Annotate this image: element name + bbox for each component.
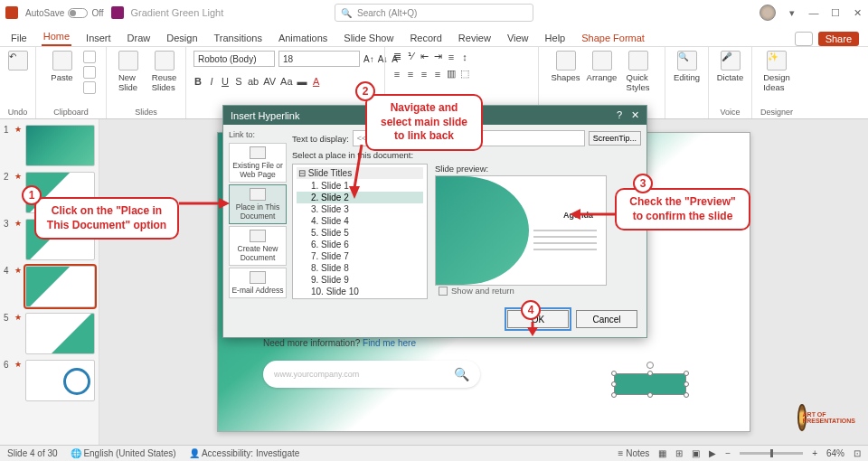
accessibility-status[interactable]: 👤 Accessibility: Investigate — [189, 448, 300, 458]
show-and-return[interactable]: Show and return — [435, 286, 641, 296]
user-avatar[interactable] — [760, 5, 776, 21]
save-icon[interactable] — [111, 6, 124, 19]
share-button[interactable]: Share — [818, 32, 859, 46]
font-size-select[interactable]: 18 — [278, 51, 360, 67]
tab-draw[interactable]: Draw — [126, 30, 153, 46]
tree-item[interactable]: 9. Slide 9 — [297, 274, 423, 286]
columns-icon[interactable]: ▥ — [447, 68, 456, 80]
tab-review[interactable]: Review — [457, 30, 493, 46]
new-slide-button[interactable]: New Slide — [113, 51, 144, 92]
notes-button[interactable]: ≡ Notes — [618, 448, 650, 458]
indent-dec-icon[interactable]: ⇤ — [420, 51, 429, 62]
tab-record[interactable]: Record — [408, 30, 443, 46]
search-box[interactable]: 🔍 Search (Alt+Q) — [335, 4, 533, 22]
highlight-icon[interactable]: ▬ — [297, 76, 307, 87]
linkto-existing-file[interactable]: Existing File or Web Page — [229, 143, 287, 183]
tab-animations[interactable]: Animations — [277, 30, 329, 46]
tab-home[interactable]: Home — [42, 28, 71, 46]
resize-handle[interactable] — [611, 392, 617, 398]
zoom-in-icon[interactable]: + — [812, 448, 817, 458]
normal-view-icon[interactable]: ▦ — [658, 448, 666, 458]
cut-icon[interactable] — [83, 51, 96, 63]
thumbnail-4[interactable] — [25, 266, 95, 307]
zoom-value[interactable]: 64% — [826, 448, 844, 458]
spacing-button[interactable]: AV — [263, 76, 276, 87]
tab-shape-format[interactable]: Shape Format — [580, 30, 646, 46]
arrange-button[interactable]: Arrange — [587, 51, 618, 82]
underline-button[interactable]: U — [221, 76, 230, 87]
shapes-button[interactable]: Shapes — [551, 51, 581, 82]
slide-counter[interactable]: Slide 4 of 30 — [7, 448, 58, 458]
tab-slideshow[interactable]: Slide Show — [342, 30, 395, 46]
italic-button[interactable]: I — [207, 76, 216, 87]
autosave-toggle[interactable]: AutoSave Off — [25, 8, 104, 18]
fit-window-icon[interactable]: ⊡ — [854, 448, 861, 458]
linkto-email[interactable]: E-mail Address — [229, 268, 287, 298]
rotate-handle[interactable] — [646, 362, 654, 369]
numbering-icon[interactable]: ⅟ — [406, 51, 415, 62]
minimize-icon[interactable]: — — [808, 7, 819, 18]
tab-view[interactable]: View — [505, 30, 531, 46]
resize-handle[interactable] — [647, 371, 653, 376]
design-ideas-button[interactable]: ✨Design Ideas — [761, 51, 792, 92]
align-left-icon[interactable]: ≡ — [392, 69, 401, 80]
tab-help[interactable]: Help — [543, 30, 568, 46]
comments-icon[interactable] — [795, 32, 813, 46]
reuse-slides-button[interactable]: Reuse Slides — [149, 51, 180, 92]
bullets-icon[interactable]: ≣ — [392, 51, 401, 62]
tab-file[interactable]: File — [9, 30, 29, 46]
resize-handle[interactable] — [611, 381, 617, 387]
linkto-create-new[interactable]: Create New Document — [229, 226, 287, 266]
close-icon[interactable]: ✕ — [852, 7, 863, 18]
language-status[interactable]: 🌐 English (United States) — [71, 448, 176, 458]
tab-insert[interactable]: Insert — [84, 30, 113, 46]
tab-transitions[interactable]: Transitions — [212, 30, 264, 46]
tree-item[interactable]: 10. Slide 10 — [297, 286, 423, 297]
thumbnail-5[interactable] — [25, 313, 95, 354]
reading-view-icon[interactable]: ▣ — [692, 448, 700, 458]
thumbnail-6[interactable] — [25, 360, 95, 401]
case-button[interactable]: Aa — [280, 76, 292, 87]
zoom-out-icon[interactable]: − — [725, 448, 731, 458]
text-dir-icon[interactable]: ↕ — [460, 52, 469, 62]
find-me-link[interactable]: Find me here — [363, 338, 416, 348]
selected-shape[interactable] — [614, 373, 686, 395]
dictate-button[interactable]: 🎤Dictate — [715, 51, 746, 82]
align-right-icon[interactable]: ≡ — [420, 69, 429, 80]
maximize-icon[interactable]: ☐ — [830, 7, 841, 18]
strike-button[interactable]: S — [234, 76, 243, 87]
line-spacing-icon[interactable]: ≡ — [447, 52, 456, 62]
checkbox[interactable] — [439, 287, 448, 296]
resize-handle[interactable] — [647, 392, 653, 398]
tree-item[interactable]: 3. Slide 3 — [297, 203, 423, 215]
undo-button[interactable]: ↶ — [3, 51, 33, 71]
tree-item[interactable]: 8. Slide 8 — [297, 262, 423, 274]
linkto-place-in-document[interactable]: Place in This Document — [229, 184, 287, 224]
indent-inc-icon[interactable]: ⇥ — [433, 51, 442, 62]
tree-item[interactable]: 7. Slide 7 — [297, 250, 423, 262]
screentip-button[interactable]: ScreenTip... — [589, 131, 641, 146]
copy-icon[interactable] — [83, 66, 96, 79]
resize-handle[interactable] — [684, 371, 689, 376]
increase-font-icon[interactable]: A↑ — [363, 54, 374, 64]
font-family-select[interactable]: Roboto (Body) — [193, 51, 275, 67]
quick-styles-button[interactable]: Quick Styles — [623, 51, 654, 92]
smartart-icon[interactable]: ⬚ — [460, 68, 469, 80]
resize-handle[interactable] — [684, 392, 689, 398]
tree-item[interactable]: 4. Slide 4 — [297, 215, 423, 227]
tree-item[interactable]: 6. Slide 6 — [297, 239, 423, 250]
toggle-switch[interactable] — [68, 8, 88, 18]
resize-handle[interactable] — [684, 381, 689, 387]
align-center-icon[interactable]: ≡ — [406, 69, 415, 80]
shadow-button[interactable]: ab — [248, 76, 259, 87]
zoom-slider[interactable] — [740, 452, 803, 455]
thumbnail-1[interactable] — [25, 125, 95, 166]
paste-button[interactable]: Paste — [47, 51, 78, 82]
tab-design[interactable]: Design — [165, 30, 199, 46]
slideshow-view-icon[interactable]: ▶ — [709, 448, 716, 458]
resize-handle[interactable] — [611, 371, 617, 376]
ribbon-options-icon[interactable]: ▾ — [787, 7, 797, 18]
dialog-help-icon[interactable]: ? — [617, 109, 622, 121]
cancel-button[interactable]: Cancel — [576, 310, 637, 328]
sorter-view-icon[interactable]: ⊞ — [675, 448, 683, 458]
